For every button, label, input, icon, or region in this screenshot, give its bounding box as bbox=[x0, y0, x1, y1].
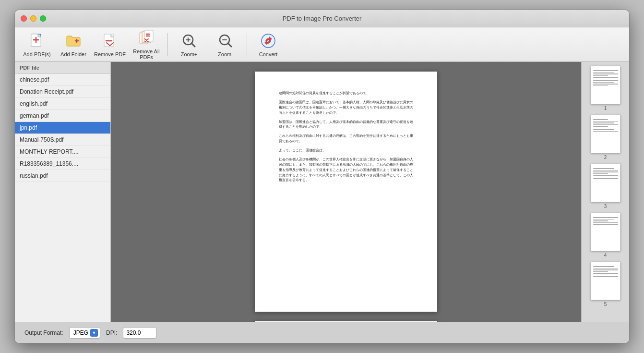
zoom-out-icon bbox=[217, 32, 234, 49]
thumb-line bbox=[593, 222, 618, 223]
convert-button[interactable]: Convert bbox=[251, 30, 286, 60]
sidebar-item-russian[interactable]: russian.pdf bbox=[15, 170, 110, 182]
thumb-line bbox=[593, 177, 614, 178]
remove-pdf-button[interactable]: Remove PDF bbox=[93, 30, 127, 60]
thumb-line bbox=[593, 128, 618, 129]
sidebar: PDF file chinese.pdf Donation Receipt.pd… bbox=[15, 62, 111, 322]
thumb-line bbox=[593, 122, 614, 123]
thumb-line bbox=[593, 175, 618, 176]
sidebar-item-r183[interactable]: R183356389_11356.... bbox=[15, 158, 110, 170]
main-content: PDF file chinese.pdf Donation Receipt.pd… bbox=[15, 62, 629, 322]
toolbar: Add PDF(s) Add Folder Remove PDF bbox=[15, 27, 629, 62]
toolbar-separator-1 bbox=[167, 33, 168, 56]
close-button[interactable] bbox=[21, 15, 27, 22]
sidebar-item-monthly[interactable]: MONTHLY REPORT.... bbox=[15, 146, 110, 158]
sidebar-item-chinese[interactable]: chinese.pdf bbox=[15, 74, 110, 86]
dpi-input[interactable] bbox=[123, 327, 156, 339]
thumbnails-panel: 1 2 bbox=[581, 62, 629, 322]
thumb-line bbox=[593, 266, 614, 267]
thumb-line bbox=[593, 131, 618, 132]
thumb-line bbox=[593, 171, 618, 172]
page-1-para-3: 加盟国は、国際連合と協力して、人権及び基本的自由の普遍的な尊重及び遵守の促進を達… bbox=[279, 120, 413, 130]
sidebar-item-jpn[interactable]: jpn.pdf bbox=[15, 122, 110, 134]
titlebar: PDF to Image Pro Converter bbox=[15, 10, 629, 27]
main-window: PDF to Image Pro Converter Add PDF(s) bbox=[14, 10, 630, 343]
thumb-line bbox=[593, 217, 618, 218]
thumbnail-num-2: 2 bbox=[604, 155, 607, 160]
thumbnail-page-4 bbox=[591, 213, 620, 251]
thumbnail-4[interactable]: 4 bbox=[591, 213, 620, 258]
page-1-para-4: これらの権利及び自由に対する共通の理解は、この誓約を完全に達するためにもっとも重… bbox=[279, 134, 413, 144]
window-controls bbox=[21, 15, 46, 22]
dpi-label: DPI: bbox=[106, 329, 117, 336]
zoom-out-button[interactable]: Zoom- bbox=[208, 30, 243, 60]
sidebar-item-german[interactable]: german.pdf bbox=[15, 110, 110, 122]
maximize-button[interactable] bbox=[40, 15, 46, 22]
thumb-line bbox=[593, 77, 618, 78]
thumbnail-num-4: 4 bbox=[604, 253, 607, 258]
thumb-line bbox=[593, 124, 618, 125]
format-select[interactable]: JPEG ▼ bbox=[69, 327, 100, 339]
add-pdf-label: Add PDF(s) bbox=[23, 51, 50, 57]
thumbnail-5[interactable]: 5 bbox=[591, 262, 620, 307]
thumb-line bbox=[593, 75, 608, 76]
convert-label: Convert bbox=[259, 51, 278, 57]
minimize-button[interactable] bbox=[30, 15, 36, 22]
thumb-line bbox=[593, 276, 618, 277]
thumbnail-num-1: 1 bbox=[604, 106, 607, 111]
thumb-line bbox=[593, 271, 608, 272]
add-pdf-icon bbox=[28, 32, 46, 49]
output-format-label: Output Format: bbox=[24, 329, 63, 336]
pdf-page-2: 第１条 すべての人間は、生まれながらにして自由であり、かつ、尊厳と権利とについて… bbox=[255, 321, 437, 322]
zoom-in-button[interactable]: Zoom+ bbox=[172, 30, 206, 60]
thumb-line bbox=[593, 84, 618, 85]
thumb-line bbox=[593, 129, 614, 130]
thumb-line bbox=[593, 170, 618, 171]
thumb-line bbox=[593, 72, 614, 73]
format-value: JPEG bbox=[73, 329, 88, 336]
remove-all-icon bbox=[138, 29, 155, 47]
remove-pdf-icon bbox=[101, 32, 119, 49]
thumb-line bbox=[593, 269, 618, 270]
page-1-para-2: 国際連合の諸国民は、国連憲章において、基本的人権、人間の尊厳及び価値並びに男女の… bbox=[279, 100, 413, 116]
thumb-line bbox=[593, 70, 618, 71]
thumb-line bbox=[593, 268, 618, 269]
thumbnail-page-2 bbox=[591, 115, 620, 153]
add-pdf-button[interactable]: Add PDF(s) bbox=[20, 30, 54, 60]
thumbnail-1[interactable]: 1 bbox=[591, 66, 620, 111]
thumbnail-2[interactable]: 2 bbox=[591, 115, 620, 160]
thumb-line bbox=[593, 173, 608, 174]
remove-pdf-label: Remove PDF bbox=[94, 51, 126, 57]
thumb-line bbox=[593, 119, 608, 120]
thumbnail-num-5: 5 bbox=[604, 302, 607, 307]
add-folder-button[interactable]: Add Folder bbox=[56, 30, 91, 60]
remove-all-label: Remove All PDFs bbox=[129, 49, 164, 60]
thumb-line bbox=[593, 275, 614, 276]
thumb-line bbox=[593, 73, 618, 74]
chevron-down-icon: ▼ bbox=[90, 329, 98, 337]
thumb-line bbox=[593, 226, 614, 227]
thumb-line bbox=[593, 85, 608, 86]
remove-all-button[interactable]: Remove All PDFs bbox=[129, 30, 164, 60]
thumb-line bbox=[593, 219, 614, 220]
thumbnail-3[interactable]: 3 bbox=[591, 164, 620, 209]
thumbnail-page-3 bbox=[591, 164, 620, 202]
page-1-para-6: 社会の各個人及び各機関が、この世界人権宣言を常に念頭に置きながら、加盟国自身の人… bbox=[279, 157, 413, 183]
convert-icon bbox=[260, 32, 277, 49]
thumb-line bbox=[593, 80, 618, 81]
sidebar-item-donation[interactable]: Donation Receipt.pdf bbox=[15, 86, 110, 98]
thumbnail-num-3: 3 bbox=[604, 204, 607, 209]
thumb-line bbox=[593, 121, 618, 122]
sidebar-item-manual[interactable]: Manual-750S.pdf bbox=[15, 134, 110, 146]
sidebar-header: PDF file bbox=[15, 62, 110, 74]
page-1-para-1: 連間関の処対関係の発展を促進することが折望であるので、 bbox=[279, 91, 413, 96]
thumb-line bbox=[593, 126, 608, 127]
sidebar-item-english[interactable]: english.pdf bbox=[15, 98, 110, 110]
bottom-bar: Output Format: JPEG ▼ DPI: bbox=[15, 322, 629, 343]
thumb-line bbox=[593, 273, 618, 274]
window-title: PDF to Image Pro Converter bbox=[283, 15, 362, 22]
pdf-viewer[interactable]: 連間関の処対関係の発展を促進することが折望であるので、 国際連合の諸国民は、国連… bbox=[111, 62, 581, 322]
toolbar-separator-2 bbox=[247, 33, 247, 56]
thumb-line bbox=[593, 82, 614, 83]
zoom-in-label: Zoom+ bbox=[181, 51, 198, 57]
